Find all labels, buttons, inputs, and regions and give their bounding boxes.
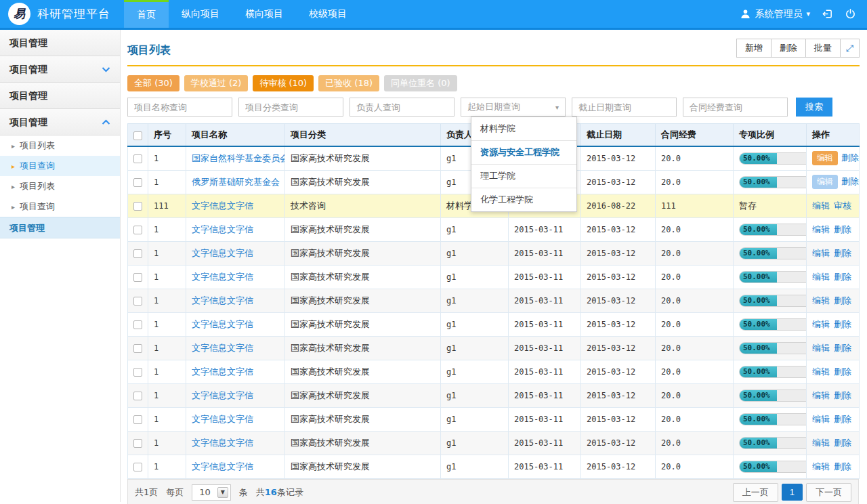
row-checkbox[interactable] [133,249,142,258]
filter-all[interactable]: 全部 (30) [127,75,179,91]
batch-button[interactable]: 批量 [805,39,841,58]
dropdown-option-resource-safety[interactable]: 资源与安全工程学院 [471,140,576,164]
sidebar-group-1[interactable]: 项目管理 [0,30,120,56]
sidebar-group-label: 项目管理 [9,30,47,56]
row-checkbox[interactable] [133,273,142,282]
project-name-link[interactable]: 文字信息文字信 [192,390,253,400]
logout-icon[interactable] [822,8,833,20]
row-action-link[interactable]: 删除 [834,248,851,258]
power-icon[interactable] [845,8,856,20]
row-action-button[interactable]: 编辑 [812,151,838,165]
row-checkbox[interactable] [133,463,142,471]
project-name-link[interactable]: 文字信息文字信 [192,461,253,471]
select-all-checkbox[interactable] [133,131,142,140]
nav-tab-horizontal-projects[interactable]: 横向项目 [232,0,296,28]
row-action-link[interactable]: 编辑 [812,319,830,329]
row-action-link[interactable]: 编辑 [812,414,830,424]
dropdown-option-material[interactable]: 材料学院 [471,117,576,140]
project-name-link[interactable]: 文字信息文字信 [192,319,253,329]
sidebar-item-project-query[interactable]: ▸ 项目查询 [0,156,120,176]
seq-cell: 1 [148,146,186,170]
project-name-link[interactable]: 文字信息文字信 [192,366,253,377]
checkbox-cell [128,170,148,194]
filter-accepted[interactable]: 已验收 (18) [318,75,379,91]
row-action-link[interactable]: 删除 [834,414,851,424]
row-action-link[interactable]: 编辑 [812,295,830,306]
row-action-link[interactable]: 审核 [834,201,851,211]
expand-icon[interactable]: ⤢ [840,39,860,58]
row-checkbox[interactable] [133,344,142,353]
row-action-link[interactable]: 编辑 [812,272,830,282]
end-date-input[interactable] [572,98,677,117]
project-name-link[interactable]: 俄罗斯基础研究基金会 [192,177,280,187]
row-action-link[interactable]: 编辑 [812,201,830,211]
project-name-link[interactable]: 文字信息文字信 [192,272,253,282]
row-checkbox[interactable] [133,415,142,424]
search-button[interactable]: 搜索 [796,98,832,117]
row-checkbox[interactable] [133,439,142,448]
row-action-link[interactable]: 删除 [834,366,851,377]
prev-page-button[interactable]: 上一页 [733,483,778,502]
sidebar-group-3[interactable]: 项目管理 [0,83,120,109]
row-checkbox[interactable] [133,320,142,329]
row-action-link[interactable]: 删除 [834,224,851,234]
row-checkbox[interactable] [133,202,142,211]
filter-pending-review[interactable]: 待审核 (10) [253,75,314,91]
project-name-link[interactable]: 国家自然科学基金委员会 [192,153,285,163]
project-name-link[interactable]: 文字信息文字信 [192,224,253,234]
row-checkbox[interactable] [133,297,142,306]
user-menu[interactable]: 系统管理员 ▾ [740,8,810,20]
filter-duplicate-name[interactable]: 同单位重名 (0) [384,75,457,91]
dropdown-option-chemical[interactable]: 化学工程学院 [471,188,576,211]
sidebar-item-project-query-2[interactable]: ▸ 项目查询 [0,196,120,217]
row-action-link[interactable]: 删除 [834,461,851,471]
project-category-input[interactable] [238,98,343,117]
row-action-link[interactable]: 删除 [841,152,859,163]
row-checkbox[interactable] [133,154,142,163]
per-page-select[interactable]: 10 ▼ [192,484,231,501]
sidebar-item-project-list-2[interactable]: ▸ 项目列表 [0,176,120,196]
project-name-input[interactable] [127,98,232,117]
leader-input[interactable] [350,98,454,117]
row-action-link[interactable]: 删除 [834,343,851,353]
project-name-link[interactable]: 文字信息文字信 [192,295,253,306]
fee-input[interactable] [683,98,788,117]
sidebar-group-2[interactable]: 项目管理 [0,56,120,83]
project-name-link[interactable]: 文字信息文字信 [192,414,253,424]
row-action-link[interactable]: 编辑 [812,366,830,377]
project-name-link[interactable]: 文字信息文字信 [192,201,253,211]
row-checkbox[interactable] [133,392,142,400]
sidebar-group-4[interactable]: 项目管理 [0,109,120,135]
row-action-link[interactable]: 编辑 [812,224,830,234]
row-action-link[interactable]: 编辑 [812,248,830,258]
row-action-link[interactable]: 编辑 [812,390,830,400]
row-checkbox[interactable] [133,226,142,234]
start-date-select[interactable]: 起始日期查询 ▾ [461,98,566,117]
delete-button[interactable]: 删除 [771,39,806,58]
filter-school-passed[interactable]: 学校通过 (2) [184,75,249,91]
sidebar-item-project-list[interactable]: ▸ 项目列表 [0,135,120,156]
row-action-link[interactable]: 编辑 [812,438,830,448]
sidebar-item-project-manage[interactable]: 项目管理 [0,217,120,238]
row-action-link[interactable]: 删除 [841,176,859,186]
nav-tab-school-projects[interactable]: 校级项目 [296,0,360,28]
row-action-link[interactable]: 删除 [834,390,851,400]
row-action-link[interactable]: 编辑 [812,343,830,353]
add-button[interactable]: 新增 [736,39,771,58]
row-action-link[interactable]: 删除 [834,272,851,282]
nav-tab-vertical-projects[interactable]: 纵向项目 [169,0,232,28]
row-checkbox[interactable] [133,368,142,377]
project-name-link[interactable]: 文字信息文字信 [192,248,253,258]
project-name-link[interactable]: 文字信息文字信 [192,438,253,448]
row-action-link[interactable]: 编辑 [812,461,830,471]
row-action-link[interactable]: 删除 [834,295,851,306]
nav-tab-home[interactable]: 首页 [124,0,169,28]
project-name-link[interactable]: 文字信息文字信 [192,343,253,353]
dropdown-option-science[interactable]: 理工学院 [471,164,576,188]
row-checkbox[interactable] [133,178,142,187]
row-action-link[interactable]: 删除 [834,319,851,329]
row-action-link[interactable]: 删除 [834,438,851,448]
row-action-button[interactable]: 编辑 [812,175,838,189]
next-page-button[interactable]: 下一页 [806,483,851,502]
page-1-button[interactable]: 1 [782,484,803,501]
